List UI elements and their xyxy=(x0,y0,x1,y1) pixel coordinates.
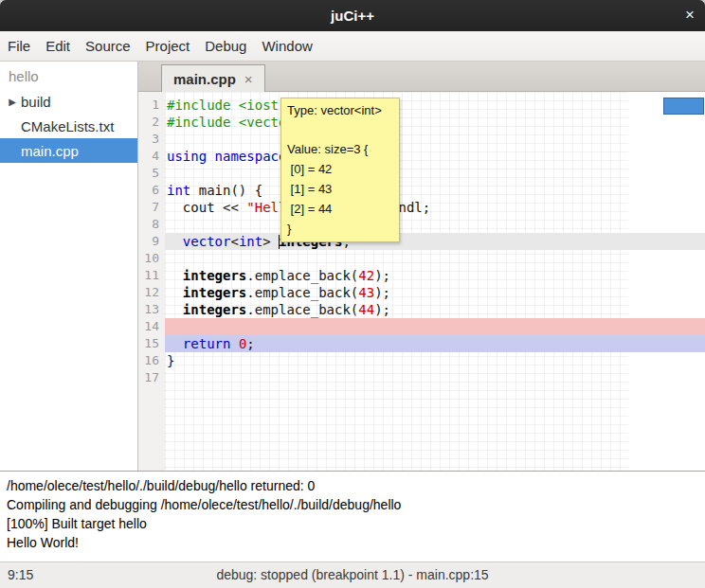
code-token xyxy=(167,234,183,249)
code-line-15[interactable]: return 0; xyxy=(165,335,705,352)
line-number[interactable]: 5 xyxy=(138,165,165,182)
code-token: return xyxy=(183,336,231,351)
editor[interactable]: 1234567891011121314151617 #include <iost… xyxy=(138,92,705,471)
code-token: } xyxy=(167,353,174,368)
line-number[interactable]: 16 xyxy=(138,352,165,369)
code-line-14[interactable] xyxy=(165,318,705,335)
line-number-gutter[interactable]: 1234567891011121314151617 xyxy=(138,92,165,471)
line-number[interactable]: 7 xyxy=(138,199,165,216)
output-line: Hello World! xyxy=(7,533,698,552)
line-number[interactable]: 8 xyxy=(138,216,165,233)
tree-item-label: CMakeLists.txt xyxy=(21,118,114,134)
tooltip-type-line: Type: vector<int> xyxy=(287,101,393,120)
line-number[interactable]: 12 xyxy=(138,284,165,301)
output-line: [100%] Built target hello xyxy=(7,514,698,533)
code-line-13[interactable]: integers.emplace_back(44); xyxy=(165,301,705,318)
output-panel: /home/olece/test/hello/./build/debug/hel… xyxy=(0,471,705,561)
line-number[interactable]: 11 xyxy=(138,267,165,284)
project-name: hello xyxy=(0,62,137,89)
code-token xyxy=(167,336,183,351)
line-number[interactable]: 3 xyxy=(138,131,165,148)
line-number[interactable]: 1 xyxy=(138,97,165,114)
tree-item-label: build xyxy=(21,94,51,110)
code-line-12[interactable]: integers.emplace_back(43); xyxy=(165,284,705,301)
tab-close-icon[interactable]: × xyxy=(244,71,253,87)
code-token: using namespace xyxy=(167,149,286,164)
code-token: 44 xyxy=(358,302,374,317)
code-area[interactable]: #include <iostream>#include <vector>usin… xyxy=(165,92,705,471)
code-token: cout << xyxy=(167,200,246,215)
line-number[interactable]: 17 xyxy=(138,369,165,386)
menu-source[interactable]: Source xyxy=(78,31,138,61)
code-line-8[interactable] xyxy=(165,216,705,233)
code-token: integers xyxy=(183,302,246,317)
line-number[interactable]: 6 xyxy=(138,182,165,199)
code-line-4[interactable]: using namespace std; xyxy=(165,148,705,165)
code-token: integers xyxy=(183,268,246,283)
tooltip-values: Value: size=3 { [0] = 42 [1] = 43 [2] = … xyxy=(287,139,393,239)
line-number[interactable]: 4 xyxy=(138,148,165,165)
code-token: 42 xyxy=(358,268,374,283)
code-token: ; xyxy=(246,336,254,351)
tab-bar: main.cpp × xyxy=(138,62,705,92)
tree-item-label: main.cpp xyxy=(21,143,79,159)
line-number[interactable]: 14 xyxy=(138,318,165,335)
menu-debug[interactable]: Debug xyxy=(197,31,254,61)
debug-status: debug: stopped (breakpoint 1.1) - main.c… xyxy=(0,562,705,588)
code-token: main() { xyxy=(190,183,262,198)
tab-main-cpp[interactable]: main.cpp × xyxy=(161,64,265,92)
tooltip-value-line: [1] = 43 xyxy=(287,179,393,199)
code-line-10[interactable] xyxy=(165,250,705,267)
expander-icon[interactable]: ▶ xyxy=(4,97,21,107)
code-line-7[interactable]: cout << "Hello World!" << endl; xyxy=(165,199,705,216)
menu-file[interactable]: File xyxy=(0,31,38,61)
code-token: ); xyxy=(374,302,390,317)
line-number[interactable]: 15 xyxy=(138,335,165,352)
code-line-11[interactable]: integers.emplace_back(42); xyxy=(165,267,705,284)
output-line: Compiling and debugging /home/olece/test… xyxy=(7,495,698,514)
window-title: juCi++ xyxy=(0,0,705,31)
line-number[interactable]: 2 xyxy=(138,114,165,131)
menu-edit[interactable]: Edit xyxy=(38,31,78,61)
code-line-6[interactable]: int main() { xyxy=(165,182,705,199)
menubar: FileEditSourceProjectDebugWindow xyxy=(0,31,705,62)
code-token xyxy=(230,336,238,351)
line-number[interactable]: 9 xyxy=(138,233,165,250)
output-line: /home/olece/test/hello/./build/debug/hel… xyxy=(7,476,698,495)
tooltip-value-line: Value: size=3 { xyxy=(287,139,393,159)
file-tree: ▶buildCMakeLists.txtmain.cpp xyxy=(0,89,137,163)
close-icon[interactable]: × xyxy=(685,0,695,31)
status-bar: 9:15 debug: stopped (breakpoint 1.1) - m… xyxy=(0,561,705,588)
code-token: ); xyxy=(374,285,390,300)
code-line-2[interactable]: #include <vector> xyxy=(165,114,705,131)
code-line-16[interactable]: } xyxy=(165,352,705,369)
code-token: .emplace_back( xyxy=(246,285,358,300)
menu-project[interactable]: Project xyxy=(138,31,198,61)
titlebar: juCi++ × xyxy=(0,0,705,31)
code-token: int xyxy=(239,234,262,249)
code-token: < xyxy=(230,234,238,249)
code-token: .emplace_back( xyxy=(246,268,358,283)
line-number[interactable]: 13 xyxy=(138,301,165,318)
sidebar-item-cmakelists-txt[interactable]: CMakeLists.txt xyxy=(0,114,137,138)
code-token xyxy=(167,285,183,300)
debug-value-tooltip: Type: vector<int> Value: size=3 { [0] = … xyxy=(280,98,400,242)
code-token: integers xyxy=(183,285,246,300)
tooltip-value-line: } xyxy=(287,219,393,239)
tooltip-value-line: [0] = 42 xyxy=(287,159,393,179)
sidebar-item-build[interactable]: ▶build xyxy=(0,89,137,114)
scrollbar-thumb[interactable] xyxy=(663,98,704,115)
sidebar: hello ▶buildCMakeLists.txtmain.cpp xyxy=(0,62,138,471)
sidebar-item-main-cpp[interactable]: main.cpp xyxy=(0,138,137,163)
tab-label: main.cpp xyxy=(173,71,236,87)
line-number[interactable]: 10 xyxy=(138,250,165,267)
code-token xyxy=(167,302,183,317)
code-line-1[interactable]: #include <iostream> xyxy=(165,97,705,114)
code-line-5[interactable] xyxy=(165,165,705,182)
menu-window[interactable]: Window xyxy=(254,31,319,61)
code-token: > xyxy=(262,234,279,249)
app-window: juCi++ × FileEditSourceProjectDebugWindo… xyxy=(0,0,705,588)
code-line-3[interactable] xyxy=(165,131,705,148)
code-line-17[interactable] xyxy=(165,369,705,386)
code-line-9[interactable]: vector<int> integers; xyxy=(165,233,705,250)
